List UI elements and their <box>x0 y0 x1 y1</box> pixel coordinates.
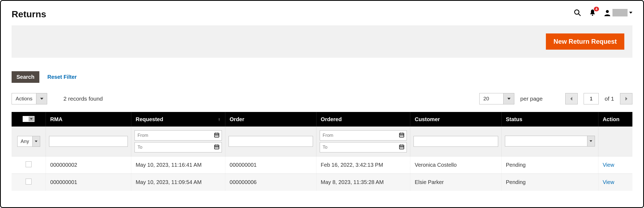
col-header-select[interactable] <box>12 112 46 127</box>
filter-any-label: Any <box>18 136 32 146</box>
view-link[interactable]: View <box>603 179 614 185</box>
filter-requested-to-input[interactable] <box>135 142 222 152</box>
filter-status-select[interactable] <box>505 136 595 146</box>
actions-label: Actions <box>12 93 36 104</box>
row-checkbox[interactable] <box>26 161 32 167</box>
records-found: 2 records found <box>63 96 103 102</box>
col-header-rma[interactable]: RMA <box>46 112 131 127</box>
cell-customer: Veronica Costello <box>410 156 501 174</box>
chevron-down-icon <box>29 117 34 121</box>
table-row[interactable]: 000000002 May 10, 2023, 11:16:41 AM 0000… <box>12 156 632 174</box>
col-header-requested-label: Requested <box>136 116 163 122</box>
user-icon <box>604 9 611 16</box>
chevron-down-icon <box>32 136 40 146</box>
sort-asc-icon: ↑ <box>218 117 220 122</box>
cell-requested: May 10, 2023, 11:09:54 AM <box>131 174 225 191</box>
cell-ordered: Feb 16, 2022, 3:42:13 PM <box>316 156 410 174</box>
filter-customer-input[interactable] <box>414 136 498 147</box>
page-size-dropdown[interactable]: 20 <box>479 93 514 104</box>
col-header-order[interactable]: Order <box>225 112 316 127</box>
cell-customer: Elsie Parker <box>410 174 501 191</box>
chevron-down-icon <box>36 93 47 104</box>
page-title: Returns <box>12 9 46 19</box>
next-page-button[interactable] <box>620 93 632 104</box>
filter-select-any[interactable]: Any <box>17 136 40 147</box>
col-header-requested[interactable]: Requested ↑ <box>131 112 225 127</box>
filter-order-input[interactable] <box>229 136 313 147</box>
chevron-left-icon <box>570 97 573 101</box>
select-all-checkbox[interactable] <box>23 117 29 121</box>
col-header-action: Action <box>598 112 632 127</box>
notifications-icon[interactable]: 4 <box>589 9 596 16</box>
cell-status: Pending <box>501 156 598 174</box>
chevron-down-icon <box>503 93 514 104</box>
filter-ordered-to-input[interactable] <box>320 142 407 152</box>
cell-status: Pending <box>501 174 598 191</box>
chevron-right-icon <box>624 97 628 101</box>
svg-point-0 <box>575 10 579 14</box>
col-header-customer[interactable]: Customer <box>410 112 501 127</box>
page-size-value: 20 <box>480 93 503 104</box>
view-link[interactable]: View <box>603 162 614 168</box>
of-pages-label: of 1 <box>605 96 614 102</box>
filter-rma-input[interactable] <box>49 136 128 147</box>
new-return-request-button[interactable]: New Return Request <box>546 33 624 50</box>
search-icon[interactable] <box>574 9 581 16</box>
per-page-label: per page <box>520 96 543 102</box>
chevron-down-icon <box>629 11 632 14</box>
chevron-down-icon <box>587 136 595 146</box>
cell-requested: May 10, 2023, 11:16:41 AM <box>131 156 225 174</box>
user-menu[interactable] <box>604 9 632 16</box>
filter-ordered-from-input[interactable] <box>320 130 407 141</box>
col-header-ordered[interactable]: Ordered <box>316 112 410 127</box>
reset-filter-link[interactable]: Reset Filter <box>47 74 77 80</box>
search-button[interactable]: Search <box>12 71 39 83</box>
col-header-status[interactable]: Status <box>501 112 598 127</box>
notification-badge: 4 <box>594 7 599 11</box>
table-row[interactable]: 000000001 May 10, 2023, 11:09:54 AM 0000… <box>12 174 632 191</box>
user-name-placeholder <box>612 9 628 16</box>
svg-point-2 <box>592 15 593 16</box>
actions-dropdown[interactable]: Actions <box>12 93 47 104</box>
page-number-input[interactable] <box>584 93 599 104</box>
row-checkbox[interactable] <box>26 179 32 185</box>
cell-ordered: May 8, 2023, 11:35:28 AM <box>316 174 410 191</box>
cell-rma: 000000002 <box>46 156 131 174</box>
svg-point-3 <box>606 10 609 13</box>
cell-order: 000000006 <box>225 174 316 191</box>
prev-page-button[interactable] <box>565 93 578 104</box>
cell-order: 000000001 <box>225 156 316 174</box>
svg-line-1 <box>578 14 581 16</box>
filter-requested-from-input[interactable] <box>135 130 222 141</box>
filter-status-label <box>505 136 587 146</box>
cell-rma: 000000001 <box>46 174 131 191</box>
